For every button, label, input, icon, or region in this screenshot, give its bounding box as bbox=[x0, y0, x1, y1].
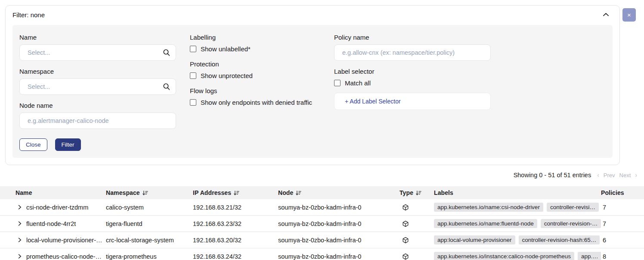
column-header-labels: Labels bbox=[434, 189, 601, 196]
endpoints-table: NameNamespace IP Addresses Node Type Lab… bbox=[0, 186, 644, 260]
namespace-select-wrap bbox=[19, 78, 176, 95]
endpoint-ip-addresses: 192.168.63.23/32 bbox=[193, 220, 278, 227]
endpoint-labels-cell: app.kubernetes.io/name:csi-node-driverco… bbox=[434, 203, 601, 212]
policy-name-input-wrap bbox=[334, 44, 491, 61]
table-row: prometheus-calico-node-…tigera-prometheu… bbox=[0, 248, 644, 260]
filter-panel-header: Filter: none bbox=[6, 6, 619, 23]
close-panel-button[interactable]: × bbox=[622, 8, 636, 22]
filter-button[interactable]: Filter bbox=[55, 138, 81, 151]
endpoint-type-cell bbox=[399, 220, 434, 227]
endpoint-name: local-volume-provisioner-… bbox=[26, 237, 102, 244]
add-label-selector-button[interactable]: + Add Label Selector bbox=[334, 93, 491, 110]
match-all-checkbox[interactable] bbox=[334, 80, 341, 86]
column-header-namespace[interactable]: Namespace bbox=[106, 189, 193, 196]
show-unlabelled-label: Show unlabelled* bbox=[201, 45, 251, 53]
endpoint-policies-count: 7 bbox=[601, 204, 644, 211]
endpoint-ip-addresses: 192.168.63.24/32 bbox=[193, 253, 278, 260]
labelling-section-label: Labelling bbox=[190, 34, 320, 41]
label-badge: app.… bbox=[578, 252, 601, 260]
show-unlabelled-checkbox[interactable] bbox=[190, 46, 196, 52]
pagination: ‹ Prev Next › bbox=[597, 172, 637, 179]
next-page-link[interactable]: Next bbox=[619, 172, 631, 179]
column-header-label: Namespace bbox=[106, 189, 140, 196]
policy-name-input[interactable] bbox=[334, 44, 491, 61]
node-name-input[interactable] bbox=[19, 113, 176, 129]
show-unprotected-checkbox[interactable] bbox=[190, 72, 196, 79]
pod-cube-icon bbox=[402, 237, 409, 244]
name-select-input[interactable] bbox=[19, 44, 176, 61]
column-header-type[interactable]: Type bbox=[399, 189, 434, 196]
endpoint-name: csi-node-driver-tzdmm bbox=[26, 204, 88, 211]
table-header: NameNamespace IP Addresses Node Type Lab… bbox=[0, 186, 644, 199]
label-badge: app.kubernetes.io/instance:calico-node-p… bbox=[434, 252, 574, 260]
sort-icon[interactable] bbox=[142, 190, 148, 196]
expand-row-chevron-icon[interactable] bbox=[16, 237, 23, 243]
show-unprotected-label: Show unprotected bbox=[201, 72, 253, 79]
close-button[interactable]: Close bbox=[19, 138, 47, 151]
column-header-label: Type bbox=[399, 189, 413, 196]
endpoints-page: Filter: none Name Namespace bbox=[0, 0, 644, 260]
endpoint-namespace: tigera-prometheus bbox=[106, 253, 193, 260]
node-name-field-label: Node name bbox=[19, 102, 176, 109]
close-icon: × bbox=[627, 12, 631, 18]
flow-logs-section-label: Flow logs bbox=[190, 87, 320, 94]
protection-section-label: Protection bbox=[190, 60, 320, 68]
endpoint-type-cell bbox=[399, 237, 434, 244]
endpoint-ip-addresses: 192.168.63.20/32 bbox=[193, 237, 278, 244]
endpoint-node: soumya-bz-0zbo-kadm-infra-0 bbox=[278, 253, 399, 260]
endpoint-namespace: tigera-fluentd bbox=[106, 220, 193, 227]
endpoint-namespace: calico-system bbox=[106, 204, 193, 211]
name-select-wrap bbox=[19, 44, 176, 61]
label-selector-section-label: Label selector bbox=[334, 68, 491, 75]
sort-icon[interactable] bbox=[416, 190, 421, 196]
label-badge: app.kubernetes.io/name:csi-node-driver bbox=[434, 203, 543, 212]
endpoint-node: soumya-bz-0zbo-kadm-infra-0 bbox=[278, 220, 399, 227]
denied-traffic-checkbox[interactable] bbox=[190, 99, 196, 106]
endpoint-node: soumya-bz-0zbo-kadm-infra-0 bbox=[278, 204, 399, 211]
expand-row-chevron-icon[interactable] bbox=[16, 204, 23, 210]
column-header-name: Name bbox=[0, 189, 106, 196]
column-header-policies: Policies bbox=[601, 189, 644, 196]
column-header-label: Node bbox=[278, 189, 293, 196]
sort-icon[interactable] bbox=[234, 190, 239, 196]
endpoint-type-cell bbox=[399, 204, 434, 211]
prev-page-link[interactable]: Prev bbox=[604, 172, 615, 179]
prev-chevron-icon[interactable]: ‹ bbox=[597, 172, 599, 179]
next-chevron-icon[interactable]: › bbox=[635, 172, 637, 179]
show-unlabelled-row: Show unlabelled* bbox=[190, 45, 320, 53]
endpoint-policies-count: 6 bbox=[601, 237, 644, 244]
label-badge: app.kubernetes.io/name:fluentd-node bbox=[434, 219, 537, 228]
namespace-select-input[interactable] bbox=[19, 78, 176, 95]
show-unprotected-row: Show unprotected bbox=[190, 72, 320, 79]
filter-actions: Close Filter bbox=[19, 138, 176, 151]
search-icon[interactable] bbox=[162, 82, 171, 93]
sort-icon[interactable] bbox=[296, 190, 301, 196]
column-header-ip-addresses[interactable]: IP Addresses bbox=[193, 189, 278, 196]
collapse-filter-button[interactable] bbox=[603, 12, 609, 18]
endpoint-name: fluentd-node-4rr2t bbox=[26, 220, 76, 227]
table-body: csi-node-driver-tzdmmcalico-system192.16… bbox=[0, 199, 644, 260]
label-badge: controller-revisi… bbox=[547, 203, 599, 212]
endpoint-labels-cell: app.kubernetes.io/name:fluentd-nodecontr… bbox=[434, 219, 601, 228]
expand-row-chevron-icon[interactable] bbox=[16, 253, 23, 260]
policy-name-field-label: Policy name bbox=[334, 34, 491, 41]
column-header-label: Name bbox=[15, 189, 32, 196]
endpoint-labels-cell: app:local-volume-provisionercontroller-r… bbox=[434, 235, 601, 244]
label-badge: controller-revision-hash:65… bbox=[519, 235, 600, 244]
pod-cube-icon bbox=[402, 220, 409, 227]
pod-cube-icon bbox=[402, 204, 409, 211]
table-meta: Showing 0 - 51 of 51 entries ‹ Prev Next… bbox=[514, 172, 637, 179]
endpoint-namespace: crc-local-storage-system bbox=[106, 237, 193, 244]
endpoint-name-cell: prometheus-calico-node-… bbox=[0, 253, 106, 260]
filter-form: Name Namespace Node name Close Filter bbox=[12, 25, 613, 158]
table-row: local-volume-provisioner-…crc-local-stor… bbox=[0, 232, 644, 248]
chevron-up-icon bbox=[603, 12, 609, 18]
denied-traffic-label: Show only endpoints with denied traffic bbox=[201, 99, 312, 106]
column-header-node[interactable]: Node bbox=[278, 189, 399, 196]
search-icon[interactable] bbox=[162, 48, 171, 59]
endpoint-ip-addresses: 192.168.63.21/32 bbox=[193, 204, 278, 211]
table-row: csi-node-driver-tzdmmcalico-system192.16… bbox=[0, 199, 644, 216]
pod-cube-icon bbox=[402, 253, 409, 260]
column-header-label: IP Addresses bbox=[193, 189, 231, 196]
expand-row-chevron-icon[interactable] bbox=[16, 220, 23, 227]
